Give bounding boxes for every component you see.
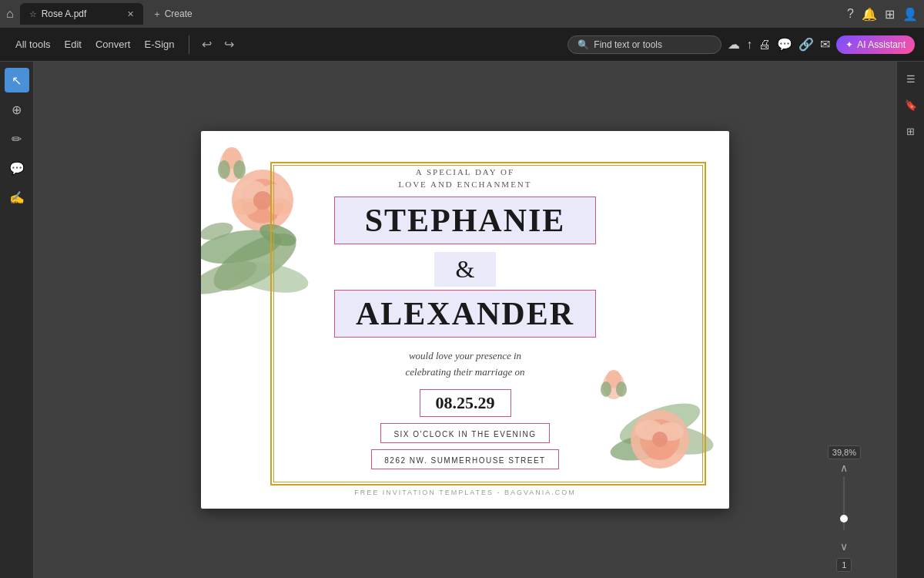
mail-icon[interactable]: ✉ <box>820 37 830 52</box>
right-panel-1[interactable]: ☰ <box>900 68 922 89</box>
toolbar: All tools Edit Convert E-Sign ↩ ↪ 🔍 Find… <box>0 28 924 62</box>
name-stephanie: STEPHANIE <box>365 203 566 238</box>
plus-icon: ＋ <box>152 8 162 21</box>
active-tab[interactable]: ☆ Rose A.pdf ✕ <box>20 3 143 25</box>
print-icon[interactable]: 🖨 <box>758 38 771 52</box>
address-text: 8262 NW. SUMMERHOUSE STREET <box>384 456 545 465</box>
search-icon: 🔍 <box>578 39 589 50</box>
name-stephanie-block: STEPHANIE <box>334 197 596 244</box>
grid-icon[interactable]: ⊞ <box>885 7 895 22</box>
ampersand-block: & <box>434 252 496 287</box>
convert-menu[interactable]: Convert <box>89 35 137 53</box>
ampersand: & <box>456 255 475 283</box>
help-icon[interactable]: ? <box>847 7 854 21</box>
close-tab-icon[interactable]: ✕ <box>127 9 134 19</box>
zoom-slider-track <box>843 476 845 530</box>
zoom-slider[interactable] <box>843 476 845 538</box>
zoom-icon: ⊕ <box>12 102 22 117</box>
new-tab-button[interactable]: ＋ Create <box>146 6 199 22</box>
stamp-icon: ✍ <box>9 190 25 205</box>
right-panel-3[interactable]: ⊞ <box>900 120 922 142</box>
zoom-up-button[interactable]: ∧ <box>837 461 851 475</box>
time-text: SIX O'CLOCK IN THE EVENING <box>393 430 536 439</box>
body-line2: celebrating their marriage on <box>406 366 525 378</box>
ai-icon: ✦ <box>845 39 853 50</box>
right-sidebar: ☰ 🔖 ⊞ <box>896 62 924 578</box>
subtitle-line1: A SPECIAL DAY OF <box>278 167 652 176</box>
toolbar-divider <box>189 35 189 54</box>
bell-icon[interactable]: 🔔 <box>862 7 877 22</box>
toolbar-icons: ☁ ↑ 🖨 💬 🔗 ✉ <box>728 37 830 52</box>
top-right-icons: ? 🔔 ⊞ 👤 <box>847 7 918 22</box>
panel-icon-3: ⊞ <box>906 126 915 137</box>
body-line1: would love your presence in <box>409 350 521 361</box>
content-area: A SPECIAL DAY OF LOVE AND ENCHANMENT STE… <box>34 62 896 578</box>
date-text: 08.25.29 <box>436 393 495 412</box>
date-block: 08.25.29 <box>420 389 511 417</box>
create-label: Create <box>165 8 192 19</box>
main-layout: ↖ ⊕ ✏ 💬 ✍ <box>0 62 924 578</box>
upload-icon[interactable]: ↑ <box>746 38 752 52</box>
edit-menu[interactable]: Edit <box>59 35 88 53</box>
ai-assistant-button[interactable]: ✦ AI Assistant <box>836 35 915 54</box>
account-icon[interactable]: 👤 <box>902 7 918 22</box>
tab-bar: ☆ Rose A.pdf ✕ ＋ Create <box>20 3 841 25</box>
esign-menu[interactable]: E-Sign <box>138 35 180 53</box>
select-tool[interactable]: ↖ <box>5 68 29 92</box>
annotation-tool[interactable]: 💬 <box>5 156 29 180</box>
pen-tool[interactable]: ✏ <box>5 126 29 151</box>
svg-point-13 <box>223 147 241 169</box>
toolbar-nav: ↩ ↪ <box>197 34 239 55</box>
link-icon[interactable]: 🔗 <box>798 37 814 52</box>
panel-icon-2: 🔖 <box>905 99 917 111</box>
zoom-tool[interactable]: ⊕ <box>5 97 29 122</box>
tab-title: Rose A.pdf <box>42 8 87 19</box>
undo-button[interactable]: ↩ <box>197 34 216 55</box>
all-tools-menu[interactable]: All tools <box>9 35 57 53</box>
zoom-controls: 39,8% ∧ ∨ 1 <box>828 445 861 578</box>
body-text: would love your presence in celebrating … <box>278 348 652 381</box>
name-alexander: ALEXANDER <box>356 296 574 331</box>
save-cloud-icon[interactable]: ☁ <box>728 37 740 52</box>
right-panel-2[interactable]: 🔖 <box>900 94 922 116</box>
pen-icon: ✏ <box>12 132 22 146</box>
name-alexander-block: ALEXANDER <box>334 290 596 338</box>
annotation-icon: 💬 <box>9 161 25 176</box>
footer-text: FREE INVITATION TEMPLATES - BAGVANIA.COM <box>201 489 729 496</box>
star-icon: ☆ <box>29 9 37 19</box>
toolbar-menu: All tools Edit Convert E-Sign <box>9 35 181 53</box>
ai-label: AI Assistant <box>857 39 906 50</box>
browser-bar: ⌂ ☆ Rose A.pdf ✕ ＋ Create ? 🔔 ⊞ 👤 <box>0 0 924 28</box>
comment-icon[interactable]: 💬 <box>777 37 792 52</box>
zoom-down-button[interactable]: ∨ <box>837 539 851 553</box>
page-indicator: 1 <box>836 558 852 572</box>
pdf-document: A SPECIAL DAY OF LOVE AND ENCHANMENT STE… <box>201 131 729 509</box>
time-block: SIX O'CLOCK IN THE EVENING <box>380 423 549 443</box>
home-icon[interactable]: ⌂ <box>6 7 14 21</box>
select-icon: ↖ <box>12 73 22 88</box>
zoom-slider-thumb <box>840 515 848 523</box>
redo-button[interactable]: ↪ <box>219 34 239 55</box>
address-block: 8262 NW. SUMMERHOUSE STREET <box>371 449 558 469</box>
left-sidebar: ↖ ⊕ ✏ 💬 ✍ <box>0 62 34 578</box>
subtitle-line2: LOVE AND ENCHANMENT <box>278 180 652 189</box>
panel-icon-1: ☰ <box>906 73 916 85</box>
toolbar-right: 🔍 Find text or tools ☁ ↑ 🖨 💬 🔗 ✉ ✦ AI As… <box>567 35 915 54</box>
zoom-percent[interactable]: 39,8% <box>828 445 861 459</box>
search-bar[interactable]: 🔍 Find text or tools <box>567 35 721 54</box>
invitation-content: A SPECIAL DAY OF LOVE AND ENCHANMENT STE… <box>201 167 729 473</box>
stamp-tool[interactable]: ✍ <box>5 185 29 210</box>
search-label: Find text or tools <box>594 39 662 50</box>
